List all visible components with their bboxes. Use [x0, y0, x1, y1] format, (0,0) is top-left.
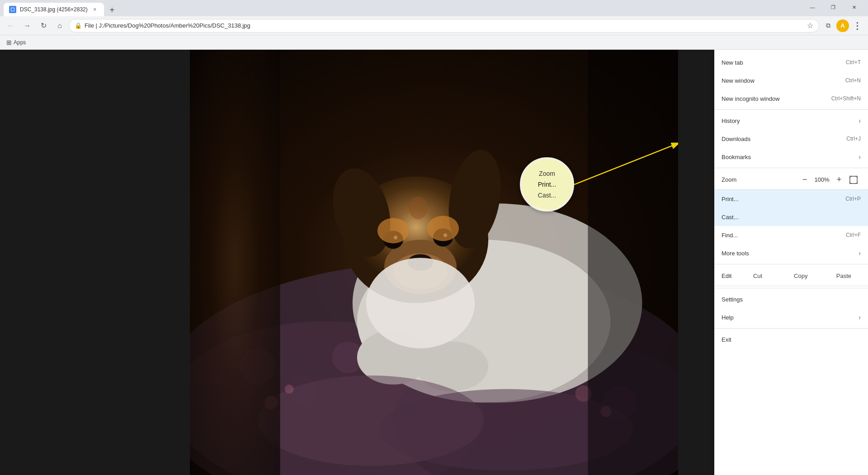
forward-button[interactable]: →: [20, 19, 34, 33]
apps-bookmark[interactable]: ⊞ Apps: [4, 37, 28, 48]
svg-point-30: [366, 258, 475, 348]
menu-zoom-label: Zoom: [722, 176, 797, 183]
menu-item-find-label: Find...: [722, 232, 842, 239]
lock-icon: 🔒: [75, 22, 82, 29]
chrome-menu: New tab Ctrl+T New window Ctrl+N New inc…: [714, 50, 868, 475]
zoom-percentage: 100%: [812, 176, 832, 183]
minimize-button[interactable]: —: [802, 0, 823, 14]
menu-item-bookmarks-arrow: ›: [859, 153, 861, 160]
menu-item-history-arrow: ›: [859, 117, 861, 124]
apps-label: Apps: [14, 39, 26, 46]
copy-button[interactable]: Copy: [780, 269, 821, 283]
menu-item-new-window-shortcut: Ctrl+N: [845, 77, 861, 84]
address-text: File | J:/Pictures/Dog%20Photos/Amber%20…: [85, 22, 804, 29]
menu-item-history-label: History: [722, 118, 855, 124]
menu-edit-label: Edit: [718, 273, 735, 279]
menu-item-downloads[interactable]: Downloads Ctrl+J: [714, 130, 868, 148]
title-bar: DSC_3138.jpg (4256×2832) × + — ❐ ✕: [0, 0, 868, 16]
menu-item-bookmarks-label: Bookmarks: [722, 154, 855, 160]
bookmarks-bar: ⊞ Apps: [0, 35, 868, 50]
home-button[interactable]: ⌂: [52, 19, 67, 33]
zoom-minus-button[interactable]: −: [797, 173, 812, 187]
menu-item-settings[interactable]: Settings: [714, 290, 868, 308]
zoom-annotation-circle: Zoom Print... Cast...: [520, 157, 574, 212]
menu-item-bookmarks[interactable]: Bookmarks ›: [714, 148, 868, 166]
menu-item-downloads-shortcut: Ctrl+J: [846, 136, 861, 142]
svg-rect-40: [850, 176, 857, 183]
menu-item-print[interactable]: Print... Ctrl+P: [714, 190, 868, 208]
profile-avatar[interactable]: A: [836, 19, 849, 32]
menu-item-new-window[interactable]: New window Ctrl+N: [714, 71, 868, 89]
svg-rect-37: [190, 50, 280, 475]
menu-button[interactable]: ⋮: [850, 19, 864, 33]
browser-tab[interactable]: DSC_3138.jpg (4256×2832) ×: [4, 3, 104, 16]
menu-item-exit-label: Exit: [722, 336, 861, 343]
zoom-plus-button[interactable]: +: [832, 173, 846, 187]
image-viewer: Zoom Print... Cast...: [0, 50, 868, 475]
svg-rect-38: [588, 50, 678, 475]
zoom-circle-cast: Cast...: [521, 190, 573, 201]
menu-item-new-tab-shortcut: Ctrl+T: [846, 59, 861, 66]
tab-close-button[interactable]: ×: [91, 6, 99, 13]
bookmark-star-icon[interactable]: ☆: [807, 21, 813, 30]
paste-button[interactable]: Paste: [823, 269, 864, 283]
dog-photo-svg: [190, 50, 678, 475]
toolbar: ← → ↻ ⌂ 🔒 File | J:/Pictures/Dog%20Photo…: [0, 16, 868, 35]
cut-button[interactable]: Cut: [737, 269, 778, 283]
menu-item-downloads-label: Downloads: [722, 136, 843, 142]
menu-divider-5: [714, 328, 868, 329]
menu-item-help[interactable]: Help ›: [714, 308, 868, 326]
menu-item-cast-label: Cast...: [722, 214, 857, 221]
menu-item-find-shortcut: Ctrl+F: [846, 232, 861, 238]
apps-grid-icon: ⊞: [6, 39, 12, 46]
menu-divider-2: [714, 168, 868, 168]
tab-title: DSC_3138.jpg (4256×2832): [20, 6, 88, 13]
close-button[interactable]: ✕: [844, 0, 864, 14]
menu-item-cast[interactable]: Cast...: [714, 208, 868, 226]
menu-item-find[interactable]: Find... Ctrl+F: [714, 226, 868, 244]
menu-divider-4: [714, 288, 868, 288]
reload-button[interactable]: ↻: [36, 19, 51, 33]
svg-point-34: [285, 385, 294, 394]
svg-rect-2: [11, 8, 14, 11]
menu-item-new-tab-label: New tab: [722, 59, 842, 66]
menu-item-print-label: Print...: [722, 196, 842, 202]
address-bar[interactable]: 🔒 File | J:/Pictures/Dog%20Photos/Amber%…: [69, 19, 819, 33]
menu-divider-1: [714, 109, 868, 110]
menu-item-new-incognito-label: New incognito window: [722, 95, 828, 102]
zoom-circle-print: Print...: [521, 179, 573, 190]
menu-item-print-shortcut: Ctrl+P: [845, 196, 861, 202]
browser-frame: DSC_3138.jpg (4256×2832) × + — ❐ ✕ ← → ↻…: [0, 0, 868, 475]
svg-point-25: [377, 218, 409, 243]
menu-item-more-tools[interactable]: More tools ›: [714, 244, 868, 262]
window-controls: — ❐ ✕: [802, 0, 864, 16]
menu-item-settings-label: Settings: [722, 296, 861, 303]
content-area: Zoom Print... Cast...: [0, 50, 868, 475]
menu-item-new-incognito-shortcut: Ctrl+Shift+N: [831, 95, 861, 102]
menu-item-exit[interactable]: Exit: [714, 330, 868, 348]
toolbar-right: ⧉ A ⋮: [821, 19, 864, 33]
menu-item-history[interactable]: History ›: [714, 112, 868, 130]
dog-photo: Zoom Print... Cast...: [190, 50, 678, 475]
menu-item-new-window-label: New window: [722, 77, 842, 84]
menu-item-more-tools-arrow: ›: [859, 249, 861, 257]
menu-divider-3: [714, 264, 868, 264]
menu-item-help-arrow: ›: [859, 314, 861, 321]
svg-point-26: [427, 216, 459, 241]
menu-item-new-tab[interactable]: New tab Ctrl+T: [714, 53, 868, 71]
back-button[interactable]: ←: [4, 19, 18, 33]
zoom-fullscreen-button[interactable]: [846, 173, 861, 187]
new-tab-button[interactable]: +: [106, 4, 118, 16]
menu-zoom-row: Zoom − 100% +: [714, 170, 868, 190]
menu-item-new-incognito[interactable]: New incognito window Ctrl+Shift+N: [714, 89, 868, 108]
extensions-button[interactable]: ⧉: [821, 19, 835, 33]
menu-item-help-label: Help: [722, 314, 859, 321]
menu-edit-row: Edit Cut Copy Paste: [714, 266, 868, 286]
zoom-circle-zoom: Zoom: [521, 168, 573, 179]
maximize-button[interactable]: ❐: [823, 0, 844, 14]
svg-point-27: [409, 197, 427, 219]
menu-item-more-tools-label: More tools: [722, 250, 859, 257]
tab-favicon: [9, 6, 16, 13]
